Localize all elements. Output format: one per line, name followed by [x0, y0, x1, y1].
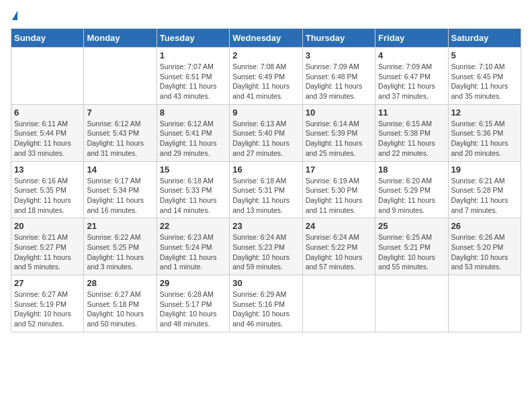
day-number: 21 [87, 221, 153, 231]
calendar-cell: 28Sunrise: 6:27 AM Sunset: 5:18 PM Dayli… [84, 275, 157, 332]
calendar-cell: 6Sunrise: 6:11 AM Sunset: 5:44 PM Daylig… [11, 104, 84, 161]
day-number: 10 [306, 107, 372, 118]
calendar-cell: 27Sunrise: 6:27 AM Sunset: 5:19 PM Dayli… [11, 275, 84, 332]
day-info: Sunrise: 7:10 AM Sunset: 6:45 PM Dayligh… [451, 62, 518, 101]
day-number: 4 [378, 50, 445, 60]
day-info: Sunrise: 6:13 AM Sunset: 5:40 PM Dayligh… [232, 119, 299, 158]
day-number: 14 [87, 165, 153, 175]
day-number: 29 [160, 278, 226, 288]
logo [11, 11, 17, 21]
calendar-header-row: SundayMondayTuesdayWednesdayThursdayFrid… [11, 29, 521, 48]
calendar-cell: 17Sunrise: 6:19 AM Sunset: 5:30 PM Dayli… [302, 161, 375, 218]
day-number: 19 [451, 165, 518, 175]
day-number: 24 [306, 221, 372, 231]
day-info: Sunrise: 6:24 AM Sunset: 5:22 PM Dayligh… [306, 232, 372, 272]
day-number: 20 [14, 221, 81, 231]
day-info: Sunrise: 6:18 AM Sunset: 5:31 PM Dayligh… [232, 176, 299, 216]
day-info: Sunrise: 6:20 AM Sunset: 5:29 PM Dayligh… [378, 176, 445, 216]
logo-triangle-icon [12, 11, 17, 20]
day-number: 7 [87, 107, 153, 118]
day-info: Sunrise: 6:28 AM Sunset: 5:17 PM Dayligh… [160, 289, 226, 329]
day-of-week-header: Thursday [302, 29, 375, 48]
calendar-cell: 24Sunrise: 6:24 AM Sunset: 5:22 PM Dayli… [302, 218, 375, 275]
day-info: Sunrise: 7:09 AM Sunset: 6:48 PM Dayligh… [306, 62, 372, 101]
calendar-cell: 14Sunrise: 6:17 AM Sunset: 5:34 PM Dayli… [84, 161, 157, 218]
day-of-week-header: Monday [84, 29, 157, 48]
calendar-cell: 26Sunrise: 6:26 AM Sunset: 5:20 PM Dayli… [448, 218, 521, 275]
day-number: 1 [160, 50, 226, 60]
day-info: Sunrise: 6:12 AM Sunset: 5:41 PM Dayligh… [160, 119, 226, 158]
day-info: Sunrise: 6:19 AM Sunset: 5:30 PM Dayligh… [306, 176, 372, 216]
calendar-cell: 21Sunrise: 6:22 AM Sunset: 5:25 PM Dayli… [84, 218, 157, 275]
calendar-cell: 20Sunrise: 6:21 AM Sunset: 5:27 PM Dayli… [11, 218, 84, 275]
calendar-cell: 3Sunrise: 7:09 AM Sunset: 6:48 PM Daylig… [302, 48, 375, 105]
calendar-cell: 30Sunrise: 6:29 AM Sunset: 5:16 PM Dayli… [230, 275, 302, 332]
calendar-cell: 11Sunrise: 6:15 AM Sunset: 5:38 PM Dayli… [375, 104, 448, 161]
calendar-cell: 16Sunrise: 6:18 AM Sunset: 5:31 PM Dayli… [230, 161, 302, 218]
calendar-cell [375, 275, 448, 332]
day-of-week-header: Sunday [11, 29, 84, 48]
day-info: Sunrise: 6:16 AM Sunset: 5:35 PM Dayligh… [14, 176, 81, 216]
calendar-cell: 19Sunrise: 6:21 AM Sunset: 5:28 PM Dayli… [448, 161, 521, 218]
calendar-cell: 10Sunrise: 6:14 AM Sunset: 5:39 PM Dayli… [302, 104, 375, 161]
day-info: Sunrise: 6:12 AM Sunset: 5:43 PM Dayligh… [87, 119, 153, 158]
day-of-week-header: Friday [375, 29, 448, 48]
day-number: 2 [232, 50, 299, 60]
calendar-cell: 9Sunrise: 6:13 AM Sunset: 5:40 PM Daylig… [230, 104, 302, 161]
calendar-cell: 12Sunrise: 6:15 AM Sunset: 5:36 PM Dayli… [448, 104, 521, 161]
day-info: Sunrise: 6:15 AM Sunset: 5:36 PM Dayligh… [451, 119, 518, 158]
calendar-cell [302, 275, 375, 332]
calendar-cell: 4Sunrise: 7:09 AM Sunset: 6:47 PM Daylig… [375, 48, 448, 105]
day-number: 30 [232, 278, 299, 288]
day-info: Sunrise: 6:25 AM Sunset: 5:21 PM Dayligh… [378, 232, 445, 272]
day-number: 23 [232, 221, 299, 231]
day-number: 15 [160, 165, 226, 175]
day-number: 3 [306, 50, 372, 60]
day-info: Sunrise: 6:14 AM Sunset: 5:39 PM Dayligh… [306, 119, 372, 158]
day-info: Sunrise: 6:11 AM Sunset: 5:44 PM Dayligh… [14, 119, 81, 158]
day-of-week-header: Saturday [448, 29, 521, 48]
calendar-cell: 8Sunrise: 6:12 AM Sunset: 5:41 PM Daylig… [157, 104, 229, 161]
day-info: Sunrise: 6:27 AM Sunset: 5:18 PM Dayligh… [87, 289, 153, 329]
day-info: Sunrise: 6:24 AM Sunset: 5:23 PM Dayligh… [232, 232, 299, 272]
day-number: 8 [160, 107, 226, 118]
day-number: 17 [306, 165, 372, 175]
calendar-cell: 1Sunrise: 7:07 AM Sunset: 6:51 PM Daylig… [157, 48, 229, 105]
calendar-week-row: 20Sunrise: 6:21 AM Sunset: 5:27 PM Dayli… [11, 218, 521, 275]
day-number: 16 [232, 165, 299, 175]
calendar-cell: 18Sunrise: 6:20 AM Sunset: 5:29 PM Dayli… [375, 161, 448, 218]
calendar-cell: 29Sunrise: 6:28 AM Sunset: 5:17 PM Dayli… [157, 275, 229, 332]
day-number: 28 [87, 278, 153, 288]
calendar-table: SundayMondayTuesdayWednesdayThursdayFrid… [11, 28, 521, 332]
day-info: Sunrise: 7:07 AM Sunset: 6:51 PM Dayligh… [160, 62, 226, 101]
calendar-cell: 22Sunrise: 6:23 AM Sunset: 5:24 PM Dayli… [157, 218, 229, 275]
day-info: Sunrise: 6:23 AM Sunset: 5:24 PM Dayligh… [160, 232, 226, 272]
calendar-cell: 2Sunrise: 7:08 AM Sunset: 6:49 PM Daylig… [230, 48, 302, 105]
calendar-cell [11, 48, 84, 105]
day-number: 5 [451, 50, 518, 60]
day-info: Sunrise: 7:09 AM Sunset: 6:47 PM Dayligh… [378, 62, 445, 101]
calendar-cell: 7Sunrise: 6:12 AM Sunset: 5:43 PM Daylig… [84, 104, 157, 161]
day-number: 12 [451, 107, 518, 118]
page-header [11, 11, 521, 21]
day-info: Sunrise: 7:08 AM Sunset: 6:49 PM Dayligh… [232, 62, 299, 101]
calendar-cell: 25Sunrise: 6:25 AM Sunset: 5:21 PM Dayli… [375, 218, 448, 275]
day-info: Sunrise: 6:26 AM Sunset: 5:20 PM Dayligh… [451, 232, 518, 272]
day-number: 26 [451, 221, 518, 231]
calendar-cell [448, 275, 521, 332]
day-info: Sunrise: 6:18 AM Sunset: 5:33 PM Dayligh… [160, 176, 226, 216]
day-number: 9 [232, 107, 299, 118]
calendar-week-row: 27Sunrise: 6:27 AM Sunset: 5:19 PM Dayli… [11, 275, 521, 332]
calendar-week-row: 13Sunrise: 6:16 AM Sunset: 5:35 PM Dayli… [11, 161, 521, 218]
calendar-week-row: 1Sunrise: 7:07 AM Sunset: 6:51 PM Daylig… [11, 48, 521, 105]
day-info: Sunrise: 6:17 AM Sunset: 5:34 PM Dayligh… [87, 176, 153, 216]
day-number: 27 [14, 278, 81, 288]
day-number: 22 [160, 221, 226, 231]
day-number: 18 [378, 165, 445, 175]
calendar-week-row: 6Sunrise: 6:11 AM Sunset: 5:44 PM Daylig… [11, 104, 521, 161]
calendar-cell [84, 48, 157, 105]
day-number: 6 [14, 107, 81, 118]
day-info: Sunrise: 6:15 AM Sunset: 5:38 PM Dayligh… [378, 119, 445, 158]
day-of-week-header: Tuesday [157, 29, 229, 48]
day-of-week-header: Wednesday [230, 29, 302, 48]
